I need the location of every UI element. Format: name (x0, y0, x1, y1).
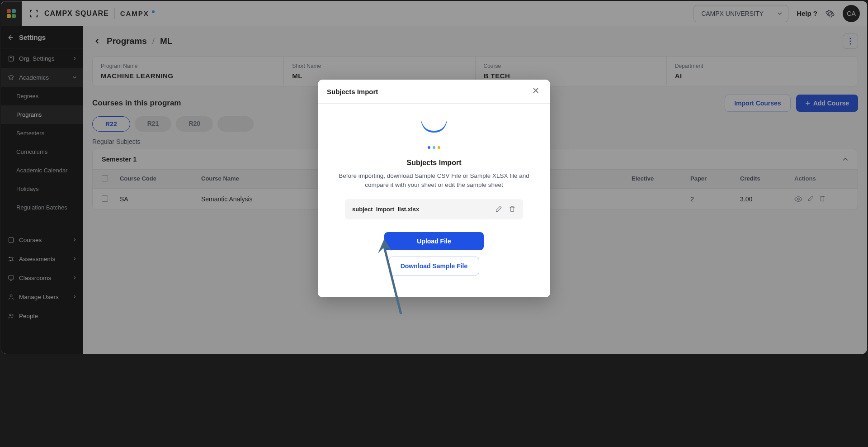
modal-description: Before importing, download Sample CSV Fi… (338, 171, 530, 190)
modal-heading: Subjects Import (331, 159, 537, 167)
download-sample-button[interactable]: Download Sample File (389, 257, 479, 276)
modal-title: Subjects Import (327, 88, 378, 95)
subjects-import-modal: Subjects Import Subjects Import Before i… (318, 80, 550, 297)
delete-file-icon[interactable] (509, 205, 516, 213)
modal-close-button[interactable] (532, 87, 541, 96)
modal-dots (331, 146, 537, 149)
modal-overlay[interactable]: Subjects Import Subjects Import Before i… (1, 1, 867, 354)
file-row: subject_import_list.xlsx (345, 199, 523, 219)
edit-file-icon[interactable] (495, 205, 502, 213)
file-name: subject_import_list.xlsx (352, 206, 419, 213)
close-icon (532, 87, 539, 94)
import-illustration-icon (420, 121, 448, 140)
upload-file-button[interactable]: Upload File (384, 232, 484, 250)
